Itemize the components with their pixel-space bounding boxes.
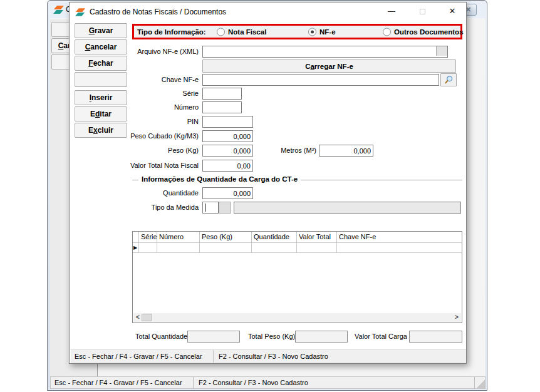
chave-input[interactable] bbox=[202, 74, 439, 86]
tipo-medida-lookup-button[interactable] bbox=[219, 202, 231, 214]
tipo-medida-code-input[interactable] bbox=[202, 202, 219, 214]
fechar-button[interactable]: Fechar bbox=[75, 56, 127, 71]
scrollbar-thumb[interactable] bbox=[142, 314, 152, 321]
maximize-icon bbox=[420, 9, 425, 14]
quantidade-label: Quantidade bbox=[125, 187, 199, 199]
parent-status-hotkeys-left: Esc - Fechar / F4 - Gravar / F5 - Cancel… bbox=[51, 377, 194, 388]
total-quantidade-label: Total Quantidade bbox=[135, 331, 187, 343]
chave-label: Chave NF-e bbox=[125, 74, 199, 86]
radio-icon bbox=[217, 28, 225, 36]
editar-button[interactable]: Editar bbox=[75, 106, 127, 121]
radio-icon bbox=[308, 28, 316, 36]
text-caret bbox=[205, 204, 205, 212]
app-logo-icon bbox=[53, 5, 65, 14]
chave-search-button[interactable] bbox=[440, 73, 457, 86]
column-header-peso[interactable]: Peso (Kg) bbox=[200, 232, 252, 243]
table-row[interactable]: ▶ bbox=[133, 243, 462, 253]
arquivo-label: Arquivo NF-e (XML) bbox=[125, 46, 199, 58]
cancelar-button[interactable]: Cancelar bbox=[75, 39, 127, 54]
valor-total-carga-input bbox=[409, 331, 462, 343]
groupbox-legend: Informações de Quantidade da Carga do CT… bbox=[138, 175, 301, 183]
valor-total-input[interactable] bbox=[202, 160, 253, 172]
pin-label: PIN bbox=[125, 116, 199, 128]
inserir-button[interactable]: Inserir bbox=[75, 90, 127, 105]
serie-input[interactable] bbox=[202, 88, 242, 100]
nfe-table[interactable]: Série Número Peso (Kg) Quantidade Valor … bbox=[132, 231, 462, 323]
current-row-marker-icon: ▶ bbox=[133, 243, 139, 253]
arquivo-field-wrap bbox=[202, 46, 448, 58]
column-header-serie[interactable]: Série bbox=[139, 232, 157, 243]
scroll-left-icon[interactable]: < bbox=[133, 313, 142, 322]
peso-cubado-input[interactable] bbox=[202, 130, 253, 142]
excluir-button[interactable]: Excluir bbox=[75, 123, 127, 138]
app-logo-icon bbox=[75, 8, 86, 17]
close-icon: ✕ bbox=[449, 6, 456, 16]
serie-label: Série bbox=[125, 88, 199, 100]
total-quantidade-input bbox=[187, 331, 240, 343]
tipo-medida-desc-input bbox=[234, 202, 461, 214]
metros-input[interactable] bbox=[319, 145, 373, 157]
column-header-quantidade[interactable]: Quantidade bbox=[252, 232, 297, 243]
tipo-informacao-group: Tipo de Informação: Nota Fiscal NF-e Out… bbox=[132, 24, 462, 39]
maximize-button bbox=[412, 4, 433, 19]
status-hotkeys-left: Esc - Fechar / F4 - Gravar / F5 - Cancel… bbox=[71, 350, 214, 363]
parent-status-bar: Esc - Fechar / F4 - Gravar / F5 - Cancel… bbox=[50, 376, 485, 389]
resize-grip[interactable] bbox=[475, 377, 485, 388]
quantidade-input[interactable] bbox=[202, 187, 253, 199]
minimize-button[interactable]: — bbox=[381, 4, 402, 19]
blank-button bbox=[75, 72, 127, 87]
tipo-medida-label: Tipo da Medida bbox=[125, 202, 199, 214]
total-peso-label: Total Peso (Kg) bbox=[248, 331, 295, 343]
parent-status-hotkeys-right: F2 - Consultar / F3 - Novo Cadastro bbox=[194, 377, 475, 388]
total-peso-input bbox=[295, 331, 348, 343]
scroll-right-icon[interactable]: > bbox=[452, 313, 461, 322]
radio-icon bbox=[383, 28, 391, 36]
minimize-icon: — bbox=[388, 7, 395, 16]
browse-button[interactable] bbox=[436, 46, 447, 56]
radio-nfe[interactable]: NF-e bbox=[308, 28, 336, 36]
radio-nota-fiscal[interactable]: Nota Fiscal bbox=[217, 28, 266, 36]
gravar-button[interactable]: Gravar bbox=[75, 23, 127, 38]
carregar-nfe-button[interactable]: Carregar NF-e bbox=[202, 59, 456, 73]
arquivo-input[interactable] bbox=[202, 46, 448, 58]
dialog-cadastro-notas-fiscais: Cadastro de Notas Fiscais / Documentos —… bbox=[69, 2, 467, 364]
column-header-chave-nfe[interactable]: Chave NF-e bbox=[337, 232, 462, 243]
search-icon bbox=[444, 75, 454, 85]
row-indicator-header bbox=[133, 232, 139, 243]
horizontal-scrollbar[interactable]: < > bbox=[133, 313, 461, 322]
status-hotkeys-right: F2 - Consultar / F3 - Novo Cadastro bbox=[214, 350, 466, 363]
valor-total-carga-label: Valor Total Carga bbox=[355, 331, 407, 343]
column-header-valor-total[interactable]: Valor Total bbox=[297, 232, 337, 243]
close-button[interactable]: ✕ bbox=[442, 4, 463, 19]
numero-input[interactable] bbox=[202, 101, 242, 113]
pin-input[interactable] bbox=[202, 116, 253, 128]
column-header-numero[interactable]: Número bbox=[157, 232, 200, 243]
table-header-row: Série Número Peso (Kg) Quantidade Valor … bbox=[133, 232, 462, 243]
radio-outros-documentos[interactable]: Outros Documentos bbox=[383, 28, 464, 36]
metros-label: Metros (M²) bbox=[242, 145, 316, 157]
peso-cubado-label: Peso Cubado (Kg/M3) bbox=[125, 130, 199, 142]
tipo-informacao-label: Tipo de Informação: bbox=[137, 28, 206, 36]
dialog-title: Cadastro de Notas Fiscais / Documentos bbox=[90, 8, 226, 16]
dialog-status-bar: Esc - Fechar / F4 - Gravar / F5 - Cancel… bbox=[71, 349, 466, 363]
numero-label: Número bbox=[125, 101, 199, 113]
peso-label: Peso (Kg) bbox=[125, 145, 199, 157]
dialog-title-bar[interactable]: Cadastro de Notas Fiscais / Documentos —… bbox=[70, 3, 466, 21]
screen: C ✕ Cancelar Esc - Fechar / F4 - Gravar … bbox=[0, 0, 540, 392]
valor-total-label: Valor Total Nota Fiscal bbox=[125, 160, 199, 172]
